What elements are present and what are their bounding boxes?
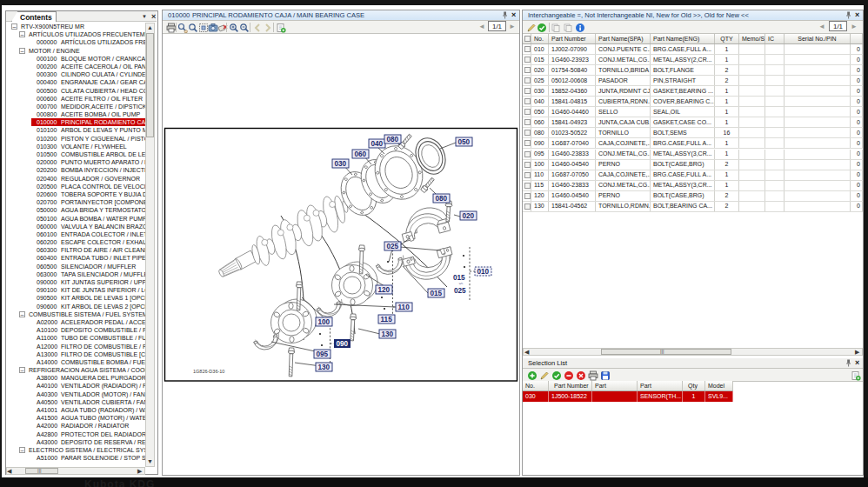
svg-text:130: 130: [318, 364, 331, 371]
svg-text:010: 010: [477, 268, 490, 276]
svg-text:090: 090: [337, 340, 349, 348]
svg-text:080: 080: [436, 195, 448, 203]
svg-text:015: 015: [431, 290, 443, 297]
svg-text:020: 020: [463, 212, 475, 220]
svg-text:025: 025: [454, 287, 466, 295]
svg-text:095: 095: [317, 350, 329, 358]
svg-text:110: 110: [398, 304, 411, 311]
svg-text:1G826-D36-10: 1G826-D36-10: [193, 369, 224, 374]
svg-text:050: 050: [458, 138, 471, 146]
svg-text:025: 025: [387, 243, 399, 250]
svg-text:∽: ∽: [458, 280, 464, 286]
svg-text:100: 100: [318, 318, 331, 326]
svg-text:030: 030: [335, 160, 347, 168]
svg-text:130: 130: [382, 330, 394, 338]
svg-text:115: 115: [381, 316, 393, 324]
svg-text:060: 060: [355, 150, 367, 158]
svg-text:120: 120: [378, 286, 391, 294]
svg-text:040: 040: [371, 140, 384, 148]
svg-text:080: 080: [387, 136, 399, 143]
